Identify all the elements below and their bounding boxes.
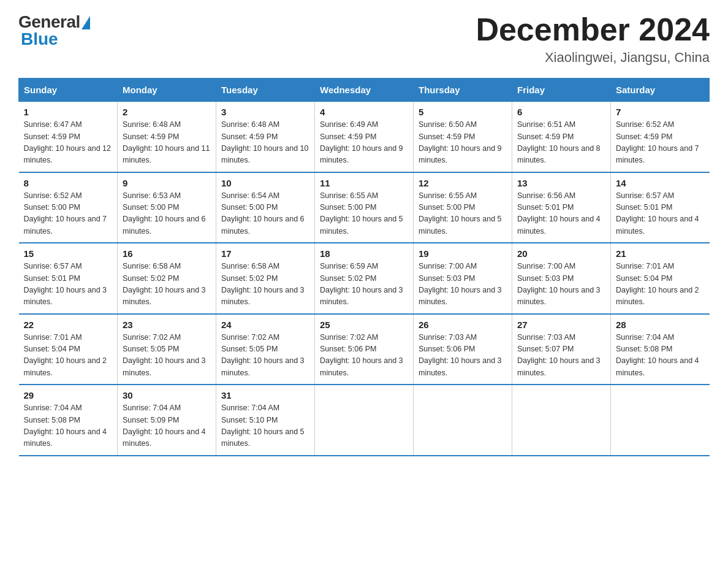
day-number: 6 bbox=[517, 107, 605, 117]
day-info: Sunrise: 6:57 AMSunset: 5:01 PMDaylight:… bbox=[616, 191, 699, 236]
day-number: 28 bbox=[616, 320, 705, 330]
calendar-cell: 6 Sunrise: 6:51 AMSunset: 4:59 PMDayligh… bbox=[512, 102, 611, 172]
calendar-cell: 12 Sunrise: 6:55 AMSunset: 5:00 PMDaylig… bbox=[414, 172, 512, 243]
calendar-cell bbox=[315, 385, 414, 456]
day-number: 19 bbox=[419, 248, 507, 259]
day-number: 26 bbox=[419, 320, 507, 330]
calendar-cell: 2 Sunrise: 6:48 AMSunset: 4:59 PMDayligh… bbox=[118, 102, 216, 172]
calendar-cell: 21 Sunrise: 7:01 AMSunset: 5:04 PMDaylig… bbox=[611, 243, 710, 314]
day-info: Sunrise: 6:52 AMSunset: 4:59 PMDaylight:… bbox=[616, 120, 699, 164]
day-number: 4 bbox=[320, 107, 408, 117]
day-info: Sunrise: 6:55 AMSunset: 5:00 PMDaylight:… bbox=[419, 191, 502, 236]
calendar-cell: 30 Sunrise: 7:04 AMSunset: 5:09 PMDaylig… bbox=[118, 385, 216, 456]
day-number: 21 bbox=[616, 248, 705, 259]
calendar-week-row: 22 Sunrise: 7:01 AMSunset: 5:04 PMDaylig… bbox=[19, 314, 710, 385]
day-info: Sunrise: 7:01 AMSunset: 5:04 PMDaylight:… bbox=[616, 262, 699, 306]
calendar-cell: 27 Sunrise: 7:03 AMSunset: 5:07 PMDaylig… bbox=[512, 314, 611, 385]
day-number: 15 bbox=[24, 248, 113, 259]
day-number: 22 bbox=[24, 320, 113, 330]
day-info: Sunrise: 6:50 AMSunset: 4:59 PMDaylight:… bbox=[419, 120, 502, 164]
day-number: 8 bbox=[24, 178, 113, 188]
calendar-cell: 26 Sunrise: 7:03 AMSunset: 5:06 PMDaylig… bbox=[414, 314, 512, 385]
calendar-cell: 13 Sunrise: 6:56 AMSunset: 5:01 PMDaylig… bbox=[512, 172, 611, 243]
calendar-cell: 31 Sunrise: 7:04 AMSunset: 5:10 PMDaylig… bbox=[216, 385, 315, 456]
day-info: Sunrise: 6:57 AMSunset: 5:01 PMDaylight:… bbox=[24, 262, 107, 306]
day-info: Sunrise: 6:54 AMSunset: 5:00 PMDaylight:… bbox=[221, 191, 305, 236]
day-number: 11 bbox=[320, 178, 408, 188]
calendar-cell: 29 Sunrise: 7:04 AMSunset: 5:08 PMDaylig… bbox=[19, 385, 118, 456]
logo-triangle-icon bbox=[82, 16, 90, 29]
day-info: Sunrise: 6:58 AMSunset: 5:02 PMDaylight:… bbox=[123, 262, 206, 306]
day-number: 2 bbox=[123, 107, 211, 117]
day-info: Sunrise: 6:51 AMSunset: 4:59 PMDaylight:… bbox=[517, 120, 601, 164]
day-info: Sunrise: 6:52 AMSunset: 5:00 PMDaylight:… bbox=[24, 191, 107, 236]
day-number: 25 bbox=[320, 320, 408, 330]
calendar-week-row: 29 Sunrise: 7:04 AMSunset: 5:08 PMDaylig… bbox=[19, 385, 710, 456]
calendar-cell: 20 Sunrise: 7:00 AMSunset: 5:03 PMDaylig… bbox=[512, 243, 611, 314]
day-info: Sunrise: 6:56 AMSunset: 5:01 PMDaylight:… bbox=[517, 191, 601, 236]
calendar-cell: 9 Sunrise: 6:53 AMSunset: 5:00 PMDayligh… bbox=[118, 172, 216, 243]
day-number: 24 bbox=[221, 320, 309, 330]
header-saturday: Saturday bbox=[611, 79, 710, 102]
day-info: Sunrise: 7:04 AMSunset: 5:08 PMDaylight:… bbox=[616, 333, 699, 377]
page-header: General Blue December 2024 Xiaolingwei, … bbox=[18, 12, 710, 66]
calendar-cell: 11 Sunrise: 6:55 AMSunset: 5:00 PMDaylig… bbox=[315, 172, 414, 243]
calendar-week-row: 1 Sunrise: 6:47 AMSunset: 4:59 PMDayligh… bbox=[19, 102, 710, 172]
calendar-cell: 4 Sunrise: 6:49 AMSunset: 4:59 PMDayligh… bbox=[315, 102, 414, 172]
calendar-cell: 23 Sunrise: 7:02 AMSunset: 5:05 PMDaylig… bbox=[118, 314, 216, 385]
location-text: Xiaolingwei, Jiangsu, China bbox=[476, 50, 710, 66]
logo: General Blue bbox=[18, 12, 90, 49]
day-number: 1 bbox=[24, 107, 113, 117]
calendar-cell: 10 Sunrise: 6:54 AMSunset: 5:00 PMDaylig… bbox=[216, 172, 315, 243]
day-number: 13 bbox=[517, 178, 605, 188]
day-info: Sunrise: 7:00 AMSunset: 5:03 PMDaylight:… bbox=[517, 262, 601, 306]
title-section: December 2024 Xiaolingwei, Jiangsu, Chin… bbox=[476, 12, 710, 66]
header-monday: Monday bbox=[118, 79, 216, 102]
calendar-cell bbox=[512, 385, 611, 456]
calendar-week-row: 8 Sunrise: 6:52 AMSunset: 5:00 PMDayligh… bbox=[19, 172, 710, 243]
day-number: 27 bbox=[517, 320, 605, 330]
day-info: Sunrise: 6:55 AMSunset: 5:00 PMDaylight:… bbox=[320, 191, 403, 236]
calendar-week-row: 15 Sunrise: 6:57 AMSunset: 5:01 PMDaylig… bbox=[19, 243, 710, 314]
calendar-cell: 3 Sunrise: 6:48 AMSunset: 4:59 PMDayligh… bbox=[216, 102, 315, 172]
day-info: Sunrise: 6:47 AMSunset: 4:59 PMDaylight:… bbox=[24, 120, 111, 164]
day-number: 5 bbox=[419, 107, 507, 117]
calendar-cell: 15 Sunrise: 6:57 AMSunset: 5:01 PMDaylig… bbox=[19, 243, 118, 314]
day-number: 7 bbox=[616, 107, 705, 117]
day-info: Sunrise: 6:49 AMSunset: 4:59 PMDaylight:… bbox=[320, 120, 403, 164]
calendar-header-row: SundayMondayTuesdayWednesdayThursdayFrid… bbox=[19, 79, 710, 102]
logo-blue-text: Blue bbox=[18, 29, 58, 49]
day-info: Sunrise: 7:03 AMSunset: 5:06 PMDaylight:… bbox=[419, 333, 502, 377]
month-title: December 2024 bbox=[476, 12, 710, 47]
day-info: Sunrise: 7:00 AMSunset: 5:03 PMDaylight:… bbox=[419, 262, 502, 306]
calendar-cell bbox=[414, 385, 512, 456]
day-info: Sunrise: 7:03 AMSunset: 5:07 PMDaylight:… bbox=[517, 333, 601, 377]
day-number: 3 bbox=[221, 107, 309, 117]
calendar-cell: 28 Sunrise: 7:04 AMSunset: 5:08 PMDaylig… bbox=[611, 314, 710, 385]
day-number: 17 bbox=[221, 248, 309, 259]
day-info: Sunrise: 6:58 AMSunset: 5:02 PMDaylight:… bbox=[221, 262, 305, 306]
header-wednesday: Wednesday bbox=[315, 79, 414, 102]
header-friday: Friday bbox=[512, 79, 611, 102]
day-number: 20 bbox=[517, 248, 605, 259]
day-number: 9 bbox=[123, 178, 211, 188]
day-info: Sunrise: 6:59 AMSunset: 5:02 PMDaylight:… bbox=[320, 262, 403, 306]
header-tuesday: Tuesday bbox=[216, 79, 315, 102]
calendar-cell: 22 Sunrise: 7:01 AMSunset: 5:04 PMDaylig… bbox=[19, 314, 118, 385]
day-number: 30 bbox=[123, 390, 211, 400]
calendar-cell: 14 Sunrise: 6:57 AMSunset: 5:01 PMDaylig… bbox=[611, 172, 710, 243]
day-info: Sunrise: 6:53 AMSunset: 5:00 PMDaylight:… bbox=[123, 191, 206, 236]
day-info: Sunrise: 7:04 AMSunset: 5:10 PMDaylight:… bbox=[221, 404, 305, 448]
calendar-cell: 19 Sunrise: 7:00 AMSunset: 5:03 PMDaylig… bbox=[414, 243, 512, 314]
day-info: Sunrise: 7:01 AMSunset: 5:04 PMDaylight:… bbox=[24, 333, 107, 377]
day-number: 18 bbox=[320, 248, 408, 259]
calendar-cell: 25 Sunrise: 7:02 AMSunset: 5:06 PMDaylig… bbox=[315, 314, 414, 385]
calendar-cell: 5 Sunrise: 6:50 AMSunset: 4:59 PMDayligh… bbox=[414, 102, 512, 172]
day-info: Sunrise: 7:04 AMSunset: 5:08 PMDaylight:… bbox=[24, 404, 107, 448]
day-info: Sunrise: 7:02 AMSunset: 5:06 PMDaylight:… bbox=[320, 333, 403, 377]
header-thursday: Thursday bbox=[414, 79, 512, 102]
calendar-cell: 16 Sunrise: 6:58 AMSunset: 5:02 PMDaylig… bbox=[118, 243, 216, 314]
day-number: 12 bbox=[419, 178, 507, 188]
day-number: 29 bbox=[24, 390, 113, 400]
day-info: Sunrise: 7:02 AMSunset: 5:05 PMDaylight:… bbox=[221, 333, 305, 377]
